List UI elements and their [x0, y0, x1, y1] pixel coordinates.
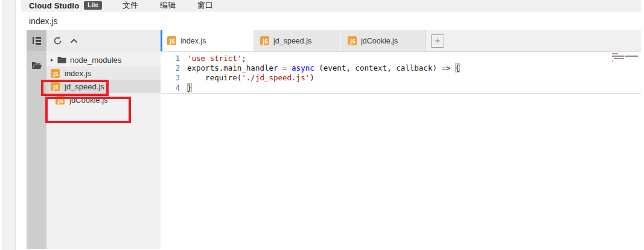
- breadcrumb-filename: index.js: [29, 16, 57, 26]
- tab-label: jd_speed.js: [273, 37, 311, 45]
- file-explorer-panel: ▸node_modulesJSindex.jsJSjd_speed.jsJSjd…: [46, 30, 161, 249]
- tab-index-js[interactable]: JSindex.js: [161, 30, 253, 51]
- js-file-icon: JS: [260, 36, 269, 45]
- code-line-1[interactable]: 1'use strict';: [161, 54, 641, 63]
- tree-item-jd-speed-js[interactable]: JSjd_speed.js: [46, 80, 161, 93]
- lite-badge: Lite: [84, 1, 102, 10]
- tab-jd-speed-js[interactable]: JSjd_speed.js: [253, 30, 341, 51]
- activity-bar: [27, 30, 46, 249]
- expand-arrow-icon[interactable]: ▸: [51, 57, 57, 63]
- js-file-icon: JS: [348, 36, 357, 45]
- tab-label: index.js: [180, 37, 206, 45]
- left-edge-strip: [2, 0, 16, 250]
- file-label: jd_speed.js: [65, 82, 104, 91]
- file-label: node_modules: [70, 56, 121, 65]
- code-editor[interactable]: 1'use strict';2exports.main_handler = as…: [161, 52, 641, 249]
- cloud-studio-window: Cloud Studio Lite 文件编辑窗口 index.js: [21, 0, 641, 249]
- js-file-icon: JS: [51, 82, 60, 91]
- line-number: 3: [161, 73, 187, 83]
- js-file-icon: JS: [51, 69, 60, 78]
- code-text: }: [187, 83, 192, 93]
- tab-jdcookie-js[interactable]: JSjdCookie.js: [341, 30, 426, 51]
- menu-bar: 文件编辑窗口: [112, 0, 224, 11]
- minimap-line: [612, 60, 640, 62]
- tab-bar: JSindex.jsJSjd_speed.jsJSjdCookie.js+: [161, 30, 641, 52]
- open-folder-button[interactable]: [27, 55, 46, 75]
- outline-tree-icon: [31, 36, 42, 45]
- code-line-2[interactable]: 2exports.main_handler = async (event, co…: [161, 63, 641, 73]
- minimap-line: [612, 53, 640, 54]
- tree-item-jdcookie-js[interactable]: JSjdCookie.js: [46, 93, 161, 106]
- folder-icon: [57, 56, 66, 63]
- tab-label: jdCookie.js: [361, 37, 398, 45]
- menu-item-2[interactable]: 窗口: [187, 0, 224, 11]
- menu-item-0[interactable]: 文件: [112, 0, 149, 11]
- file-label: jdCookie.js: [69, 95, 108, 104]
- line-number: 2: [161, 63, 187, 73]
- explorer-toolbar: [46, 30, 161, 51]
- open-folder-icon: [31, 62, 42, 69]
- code-line-4[interactable]: 4}: [161, 83, 641, 94]
- outline-tree-button[interactable]: [27, 30, 46, 51]
- file-label: index.js: [65, 69, 91, 78]
- minimap[interactable]: [612, 53, 640, 63]
- file-tree: ▸node_modulesJSindex.jsJSjd_speed.jsJSjd…: [46, 51, 161, 106]
- js-file-icon: JS: [167, 36, 176, 45]
- screenshot-stage: Cloud Studio Lite 文件编辑窗口 index.js: [0, 0, 644, 250]
- code-lines: 1'use strict';2exports.main_handler = as…: [161, 54, 641, 94]
- workbench-body: ▸node_modulesJSindex.jsJSjd_speed.jsJSjd…: [21, 30, 641, 249]
- code-text: exports.main_handler = async (event, con…: [187, 63, 460, 73]
- menu-item-1[interactable]: 编辑: [149, 0, 187, 11]
- tree-item-node-modules[interactable]: ▸node_modules: [46, 53, 161, 66]
- js-file-icon: JS: [56, 95, 65, 104]
- refresh-icon[interactable]: [53, 36, 62, 45]
- code-text: require('./jd_speed.js'): [187, 73, 314, 83]
- chevron-up-icon[interactable]: [70, 39, 78, 43]
- editor-area: JSindex.jsJSjd_speed.jsJSjdCookie.js+ 1'…: [161, 30, 641, 249]
- minimap-line: [612, 58, 640, 59]
- minimap-line: [612, 56, 640, 57]
- breadcrumb: index.js: [21, 11, 641, 30]
- tree-item-index-js[interactable]: JSindex.js: [46, 66, 161, 80]
- title-menu-bar: Cloud Studio Lite 文件编辑窗口: [21, 0, 641, 11]
- app-brand: Cloud Studio: [29, 1, 79, 10]
- line-number: 1: [161, 54, 187, 63]
- code-line-3[interactable]: 3 require('./jd_speed.js'): [161, 73, 641, 83]
- line-number: 4: [161, 83, 187, 93]
- new-tab-button[interactable]: +: [431, 34, 444, 48]
- left-gap: [21, 30, 27, 249]
- code-text: 'use strict';: [187, 54, 246, 63]
